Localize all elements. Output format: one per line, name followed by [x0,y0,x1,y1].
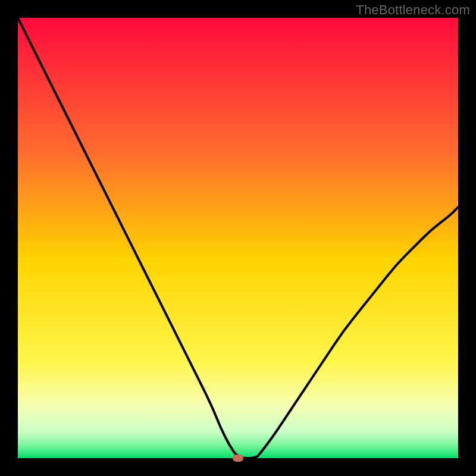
chart-plot-area [18,18,458,458]
watermark-text: TheBottleneck.com [356,2,470,18]
chart-frame: TheBottleneck.com [0,0,476,476]
optimal-point-marker [233,455,243,462]
chart-curve-layer [18,18,458,458]
bottleneck-curve-path [18,18,458,458]
